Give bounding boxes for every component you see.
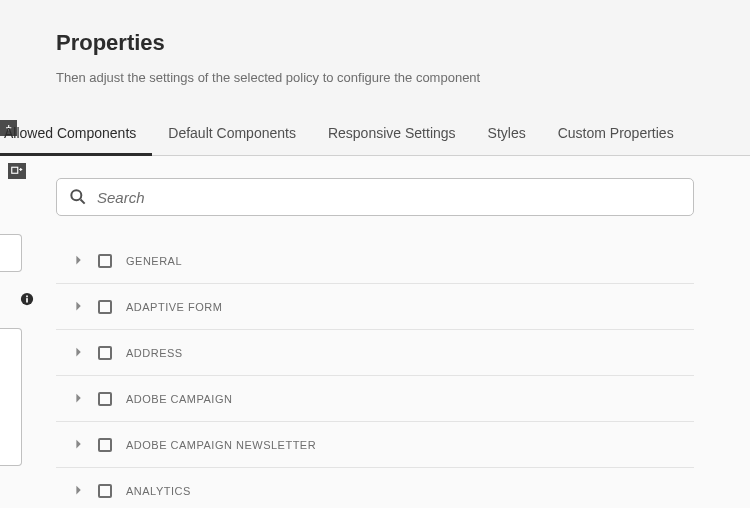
left-partial-box-2 xyxy=(0,328,22,466)
group-label: ADDRESS xyxy=(126,347,183,359)
svg-rect-5 xyxy=(26,296,28,298)
search-icon xyxy=(68,187,88,207)
group-row-adaptive-form: ADAPTIVE FORM xyxy=(56,284,694,330)
group-label: ANALYTICS xyxy=(126,485,191,497)
checkbox-adaptive-form[interactable] xyxy=(98,300,112,314)
tab-allowed-components[interactable]: Allowed Components xyxy=(0,109,152,155)
component-group-list: GENERAL ADAPTIVE FORM ADDRESS ADOBE CAMP… xyxy=(56,238,694,508)
properties-header: Properties Then adjust the settings of t… xyxy=(0,0,750,85)
tab-default-components[interactable]: Default Components xyxy=(152,109,312,155)
checkbox-general[interactable] xyxy=(98,254,112,268)
group-row-adobe-campaign: ADOBE CAMPAIGN xyxy=(56,376,694,422)
chevron-right-icon[interactable] xyxy=(72,345,88,361)
group-label: ADAPTIVE FORM xyxy=(126,301,222,313)
chevron-right-icon[interactable] xyxy=(72,253,88,269)
checkbox-adobe-campaign-newsletter[interactable] xyxy=(98,438,112,452)
checkbox-analytics[interactable] xyxy=(98,484,112,498)
group-label: GENERAL xyxy=(126,255,182,267)
tab-responsive-settings[interactable]: Responsive Settings xyxy=(312,109,472,155)
svg-rect-4 xyxy=(26,298,28,302)
group-label: ADOBE CAMPAIGN xyxy=(126,393,232,405)
checkbox-adobe-campaign[interactable] xyxy=(98,392,112,406)
add-component-icon[interactable] xyxy=(8,163,26,179)
tab-styles[interactable]: Styles xyxy=(472,109,542,155)
page-subtitle: Then adjust the settings of the selected… xyxy=(56,70,750,85)
allowed-components-panel: GENERAL ADAPTIVE FORM ADDRESS ADOBE CAMP… xyxy=(0,156,750,508)
chevron-right-icon[interactable] xyxy=(72,437,88,453)
group-row-adobe-campaign-newsletter: ADOBE CAMPAIGN NEWSLETTER xyxy=(56,422,694,468)
group-row-general: GENERAL xyxy=(56,238,694,284)
checkbox-address[interactable] xyxy=(98,346,112,360)
group-row-analytics: ANALYTICS xyxy=(56,468,694,508)
svg-point-1 xyxy=(71,190,81,200)
tabs-bar: Allowed Components Default Components Re… xyxy=(0,109,750,156)
page-title: Properties xyxy=(56,30,750,56)
search-input[interactable] xyxy=(56,178,694,216)
chevron-right-icon[interactable] xyxy=(72,299,88,315)
chevron-right-icon[interactable] xyxy=(72,391,88,407)
left-partial-box-1 xyxy=(0,234,22,272)
search-wrapper xyxy=(56,178,694,216)
group-label: ADOBE CAMPAIGN NEWSLETTER xyxy=(126,439,316,451)
group-row-address: ADDRESS xyxy=(56,330,694,376)
info-icon[interactable] xyxy=(20,292,34,306)
svg-rect-0 xyxy=(12,167,18,173)
svg-line-2 xyxy=(81,200,85,204)
tab-custom-properties[interactable]: Custom Properties xyxy=(542,109,690,155)
chevron-right-icon[interactable] xyxy=(72,483,88,499)
